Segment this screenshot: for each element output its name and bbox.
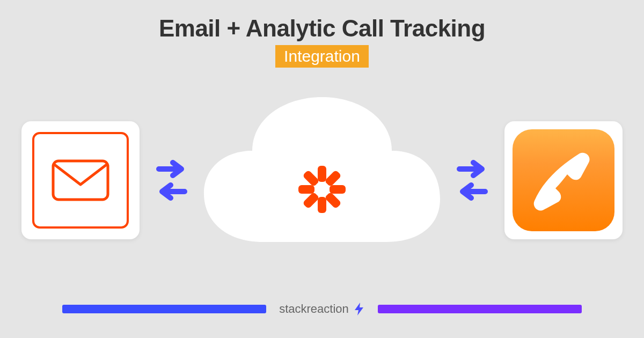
decor-bar-right bbox=[378, 305, 582, 313]
service-card-email bbox=[21, 121, 140, 239]
diagram-main bbox=[0, 78, 644, 282]
svg-rect-3 bbox=[330, 185, 346, 194]
phone-icon bbox=[513, 129, 614, 231]
arrow-left-icon bbox=[156, 182, 188, 201]
arrow-right-icon bbox=[456, 159, 488, 179]
bolt-icon bbox=[353, 302, 365, 317]
brand: stackreaction bbox=[279, 302, 365, 317]
brand-name: stackreaction bbox=[279, 302, 349, 316]
email-icon bbox=[32, 132, 129, 229]
svg-point-8 bbox=[314, 182, 330, 197]
sync-arrows-right bbox=[456, 159, 488, 201]
svg-rect-1 bbox=[318, 197, 326, 213]
header: Email + Analytic Call Tracking Integrati… bbox=[0, 0, 644, 68]
sync-arrows-left bbox=[156, 159, 188, 201]
svg-rect-0 bbox=[318, 166, 326, 182]
footer: stackreaction bbox=[0, 302, 644, 317]
svg-rect-9 bbox=[53, 161, 108, 200]
service-card-call-tracking bbox=[504, 121, 623, 239]
zapier-icon bbox=[295, 163, 349, 218]
svg-rect-2 bbox=[298, 185, 314, 194]
decor-bar-left bbox=[62, 305, 266, 313]
page-title: Email + Analytic Call Tracking bbox=[0, 15, 644, 42]
arrow-left-icon bbox=[456, 182, 488, 201]
integration-badge: Integration bbox=[275, 45, 369, 68]
arrow-right-icon bbox=[156, 159, 188, 179]
